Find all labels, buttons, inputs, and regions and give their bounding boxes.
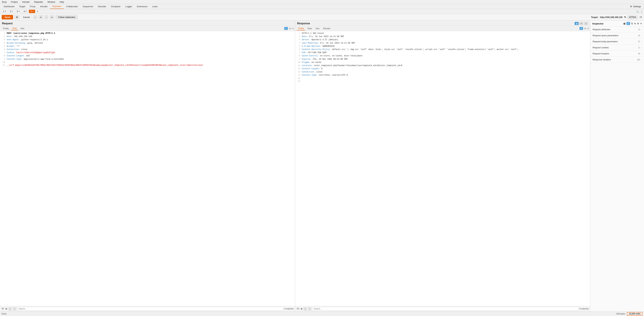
line-number: 9 bbox=[296, 58, 300, 61]
add-tab-button[interactable]: + bbox=[36, 10, 39, 13]
response-search-settings-icon[interactable] bbox=[300, 308, 302, 310]
status-text: Done bbox=[2, 313, 616, 315]
line-content: __csrf_magic=sid%3A32ddf49e79601c96d7262… bbox=[7, 64, 294, 67]
view-cols-icon[interactable]: ⫿ bbox=[584, 22, 588, 25]
inspector-list-icon[interactable]: ☰ bbox=[626, 22, 630, 25]
inspector-row-request-attributes[interactable]: Request attributes 2 › bbox=[590, 26, 644, 32]
inspector-grid-icon[interactable]: ▦ bbox=[623, 22, 626, 25]
inspector-row-request-headers[interactable]: Request headers 8 › bbox=[590, 51, 644, 57]
code-line: 5Accept: */* bbox=[0, 45, 295, 48]
response-editor-tabs: Pretty Raw Hex Render ⇄ \n bbox=[295, 26, 590, 31]
code-line: 15 bbox=[295, 77, 590, 80]
help-icon[interactable]: ? bbox=[639, 16, 642, 19]
http-version-button[interactable]: HTTP/1 bbox=[628, 15, 638, 19]
menu-help[interactable]: Help bbox=[59, 0, 65, 3]
repeater-tab-3[interactable]: 3 × bbox=[15, 10, 21, 13]
tab-proxy[interactable]: Proxy bbox=[28, 4, 38, 9]
tab-repeater[interactable]: Repeater bbox=[50, 4, 64, 9]
request-tab-pretty[interactable]: Pretty bbox=[1, 27, 10, 30]
response-tab-pretty[interactable]: Pretty bbox=[296, 26, 306, 30]
request-help-icon[interactable]: ? bbox=[1, 307, 4, 310]
tab-learn[interactable]: Learn bbox=[150, 4, 160, 9]
repeater-tab-5[interactable]: 5 × bbox=[29, 10, 35, 13]
request-menu-icon[interactable] bbox=[292, 27, 294, 30]
inspector-row-cookies[interactable]: Request cookies 1 › bbox=[590, 45, 644, 51]
line-number: 3 bbox=[296, 38, 300, 41]
response-tab-render[interactable]: Render bbox=[322, 27, 332, 30]
tab-collaborator[interactable]: Collaborator bbox=[64, 4, 80, 9]
inspector-sort-icon[interactable]: ⇅ bbox=[631, 22, 633, 25]
search-icon[interactable] bbox=[636, 10, 639, 13]
down-button[interactable]: ∨ bbox=[50, 15, 54, 19]
tab-extensions[interactable]: Extensions bbox=[134, 4, 150, 9]
settings-button[interactable]: Settings bbox=[628, 4, 643, 9]
line-content: Pragma: no-cache bbox=[302, 61, 589, 64]
response-search-prev[interactable]: ‹ bbox=[304, 307, 307, 311]
request-editor-icons: ⇄ \n bbox=[284, 27, 294, 30]
menu-window[interactable]: Window bbox=[47, 0, 56, 3]
response-menu-icon[interactable] bbox=[588, 27, 589, 30]
line-content: Cookie: Cacti=rh2brot5ib8g8pnrlpq8157g2h bbox=[7, 51, 294, 54]
response-code-icon[interactable]: ⇄ bbox=[580, 27, 583, 30]
response-search-next[interactable]: › bbox=[308, 307, 311, 311]
inspector-title: Inspector bbox=[592, 22, 622, 25]
response-newline-icon[interactable]: \n bbox=[584, 27, 586, 30]
repeater-tab-4[interactable]: 4 × bbox=[22, 10, 28, 13]
chevron-down-icon: › bbox=[641, 59, 642, 61]
inspector-settings-icon[interactable] bbox=[637, 22, 639, 25]
request-search-prev[interactable]: ‹ bbox=[8, 307, 12, 311]
code-line: 8Content-Length: 162 bbox=[0, 54, 295, 57]
request-search-next[interactable]: › bbox=[13, 307, 16, 311]
prev-button[interactable]: ‹ bbox=[33, 15, 37, 19]
view-list-icon[interactable]: ≡ bbox=[579, 22, 583, 25]
line-content: Content-Length: 162 bbox=[7, 54, 294, 57]
tab-decoder[interactable]: Decoder bbox=[96, 4, 108, 9]
tab-dashboard[interactable]: Dashboard bbox=[1, 4, 17, 9]
code-line: 3User-Agent: python-requests/2.28.1 bbox=[0, 38, 295, 41]
menu-burp[interactable]: Burp bbox=[1, 0, 7, 3]
more-options-icon[interactable] bbox=[640, 10, 643, 13]
next-button[interactable]: › bbox=[44, 15, 48, 19]
response-code-area[interactable]: 1HTTP/1.1 302 Found2Date: Fri, 16 Jun 20… bbox=[295, 31, 590, 306]
line-content: Host: 192.168.159.128 bbox=[7, 35, 294, 38]
follow-redirect-button[interactable]: Follow redirection bbox=[56, 15, 78, 19]
nav-tabs: Dashboard Target Proxy Intruder Repeater… bbox=[0, 4, 644, 9]
request-code-icon[interactable]: ⇄ bbox=[284, 27, 288, 30]
request-tab-hex[interactable]: Hex bbox=[19, 27, 26, 30]
menu-repeater[interactable]: Repeater bbox=[34, 0, 44, 3]
send-options-button[interactable] bbox=[14, 15, 20, 19]
tab-logger[interactable]: Logger bbox=[123, 4, 134, 9]
line-number: 5 bbox=[1, 45, 5, 48]
send-button[interactable]: Send bbox=[2, 15, 13, 19]
repeater-tab-2[interactable]: 2 × bbox=[8, 10, 14, 13]
tab-intruder[interactable]: Intruder bbox=[38, 4, 50, 9]
edit-icon[interactable] bbox=[624, 16, 626, 18]
inspector-close-icon[interactable] bbox=[640, 22, 642, 25]
view-grid-icon[interactable]: ▦ bbox=[574, 22, 579, 25]
up-button[interactable]: ∧ bbox=[38, 15, 43, 19]
repeater-tab-1[interactable]: 1 × bbox=[1, 10, 8, 13]
menu-project[interactable]: Project bbox=[10, 0, 18, 3]
request-code-area[interactable]: 1POST /cacti/color_templates.php HTTP/1.… bbox=[0, 31, 295, 306]
request-search-settings-icon[interactable] bbox=[6, 308, 8, 310]
cancel-button[interactable]: Cancel bbox=[21, 15, 32, 19]
tab-sequencer[interactable]: Sequencer bbox=[80, 4, 96, 9]
inspector-row-body-parameters[interactable]: Request body parameters 5 › bbox=[590, 39, 644, 45]
request-newline-icon[interactable]: \n bbox=[289, 27, 291, 30]
response-search-input[interactable] bbox=[312, 307, 578, 311]
response-tab-hex[interactable]: Hex bbox=[314, 27, 321, 30]
request-search-input[interactable] bbox=[17, 307, 283, 311]
tab-comparer[interactable]: Comparer bbox=[108, 4, 123, 9]
response-tab-raw[interactable]: Raw bbox=[306, 27, 314, 30]
code-line: 7P3P: CP="CAO PSA OUR" bbox=[295, 51, 590, 54]
inspector-row-query-parameters[interactable]: Request query parameters 0 › bbox=[590, 32, 644, 39]
inspector-row-response-headers[interactable]: Response headers 13 › bbox=[590, 57, 644, 63]
inspector-filter-icon[interactable]: ⇆ bbox=[634, 22, 636, 25]
menu-intruder[interactable]: Intruder bbox=[22, 0, 30, 3]
line-content: POST /cacti/color_templates.php HTTP/1.1 bbox=[7, 32, 294, 35]
line-content: HTTP/1.1 302 Found bbox=[302, 32, 589, 35]
response-help-icon[interactable]: ? bbox=[296, 307, 300, 310]
tab-target[interactable]: Target bbox=[17, 4, 28, 9]
response-panel: Response ▦ ≡ ⫿ Pretty Raw Hex Render ⇄ \… bbox=[295, 21, 590, 312]
request-tab-raw[interactable]: Raw bbox=[11, 26, 18, 30]
